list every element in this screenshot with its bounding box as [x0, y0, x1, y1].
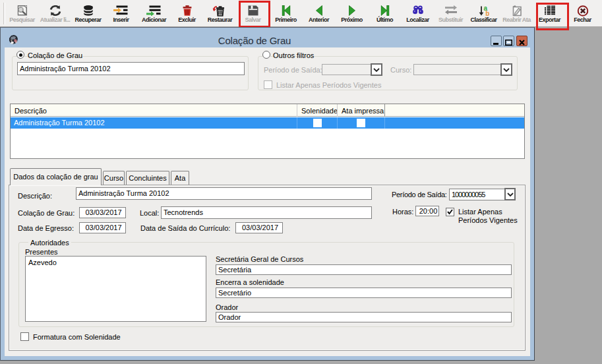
svg-text:b: b	[485, 10, 489, 17]
